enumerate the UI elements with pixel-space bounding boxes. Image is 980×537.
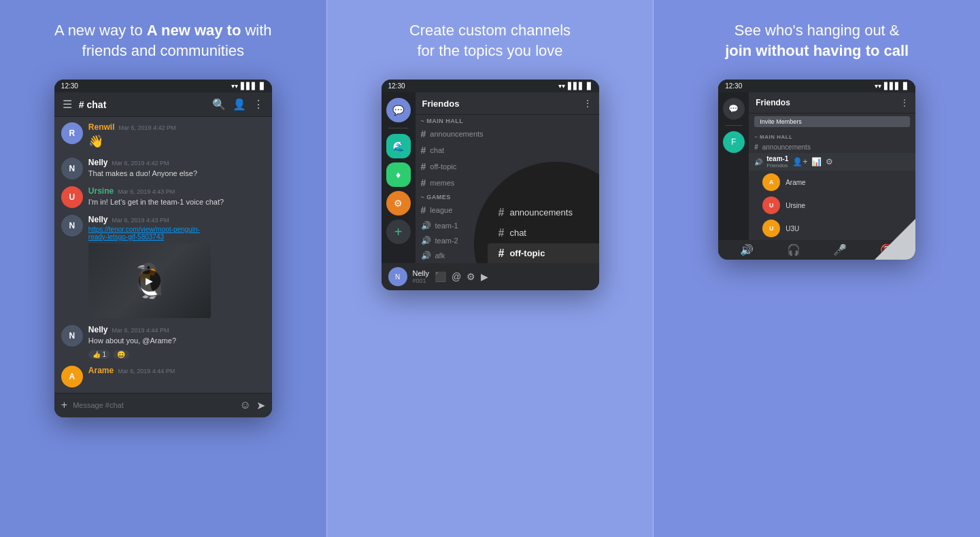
forward-icon[interactable]: ▶ <box>481 271 488 282</box>
hamburger-icon[interactable]: ☰ <box>63 98 72 111</box>
server-icon-discord[interactable]: 💬 <box>386 98 411 122</box>
channel-chat[interactable]: # chat <box>416 142 599 158</box>
channel-name-team1: team-1 <box>435 222 458 230</box>
channel-name-afk: afk <box>435 252 445 260</box>
header-more-icon[interactable]: ⋮ <box>583 98 592 109</box>
panel-2-title-line1: Create custom channels <box>409 22 571 39</box>
phone-channels-mockup: 12:30 ▾▾ ▋▋▋ ▊ 💬 🌊 ♦ ⚙ + <box>382 80 599 290</box>
voice-server-sidebar: 💬 F <box>718 92 749 240</box>
avatar-ursine-voice: U <box>762 196 780 214</box>
search-icon[interactable]: 🔍 <box>212 98 226 111</box>
overlay-hash-announcements: # <box>499 207 505 219</box>
msg-header-ursine: Ursine Mar 6, 2019 4:43 PM <box>88 186 265 196</box>
add-icon[interactable]: + <box>61 399 67 411</box>
signal-icon-2: ▋▋▋ <box>568 82 584 90</box>
msg-content-nelly-1: Nelly Mar 6, 2019 4:42 PM That makes a d… <box>88 158 265 179</box>
msg-time-nelly-react: Mar 6, 2019 4:44 PM <box>112 327 169 334</box>
voice-username-arame: Arame <box>785 179 805 186</box>
avatar-nelly: N <box>61 158 83 179</box>
username-nelly-react: Nelly <box>88 325 108 334</box>
msg-text-nelly-1: That makes a duo! Anyone else? <box>88 169 265 179</box>
username-renwil: Renwil <box>88 122 115 132</box>
add-user-voice-icon[interactable]: 👤+ <box>792 157 807 167</box>
v-server-icon-chat[interactable]: 💬 <box>723 98 745 120</box>
overlay-channel-announcements[interactable]: # announcements <box>488 203 599 223</box>
server-icon-org[interactable]: ⚙ <box>386 191 411 215</box>
panel-1-title: A new way to A new way to withfriends an… <box>54 20 272 60</box>
overlay-channel-chat[interactable]: # chat <box>488 223 599 243</box>
voice-user-ursine: U Ursine <box>749 194 915 217</box>
msg-time-arame: Mar 6, 2019 4:44 PM <box>118 368 175 375</box>
overlay-channel-off-topic[interactable]: # off-topic <box>488 243 599 264</box>
avatar-renwil: R <box>61 122 83 144</box>
invite-members-button[interactable]: Invite Members <box>754 116 910 127</box>
msg-time-nelly-gif: Mar 6, 2019 4:43 PM <box>112 217 169 224</box>
reaction-thumbsup[interactable]: 👍 1 <box>88 350 110 359</box>
msg-content-renwil: Renwil Mar 6, 2019 4:42 PM 👋 <box>88 122 265 150</box>
screen-share-icon[interactable]: ⬛ <box>435 271 446 282</box>
msg-time-ursine: Mar 6, 2019 4:43 PM <box>118 188 175 195</box>
chat-toolbar: ☰ # chat 🔍 👤 ⋮ <box>54 92 272 117</box>
msg-link-gif[interactable]: https://tenor.com/view/moot-penguin-read… <box>88 226 265 241</box>
mention-icon[interactable]: @ <box>452 271 461 282</box>
channel-name-memes: memes <box>430 179 454 187</box>
panel-custom-channels: Create custom channels for the topics yo… <box>326 0 654 537</box>
panel-new-way-to-chat: A new way to A new way to withfriends an… <box>0 0 326 537</box>
voice-header-more[interactable]: ⋮ <box>900 98 909 107</box>
msg-content-arame: Arame Mar 6, 2019 4:44 PM <box>88 366 265 387</box>
phone-voice-mockup: 12:30 ▾▾ ▋▋▋ ▊ 💬 F Friendos ⋮ <box>718 80 915 260</box>
hash-icon-memes: # <box>421 177 426 188</box>
send-icon[interactable]: ➤ <box>256 399 265 412</box>
headphones-icon[interactable]: 🎧 <box>787 243 800 256</box>
channel-list-header: Friendos ⋮ <box>416 92 599 115</box>
server-icon-add[interactable]: + <box>386 220 411 244</box>
settings-voice-icon[interactable]: ⚙ <box>826 157 833 167</box>
add-member-icon[interactable]: 👤 <box>233 98 246 111</box>
settings-icon[interactable]: ⚙ <box>467 271 475 282</box>
chat-messages: R Renwil Mar 6, 2019 4:42 PM 👋 N Nelly M… <box>54 117 272 393</box>
chat-input-placeholder[interactable]: Message #chat <box>73 401 234 409</box>
msg-time-nelly-1: Mar 6, 2019 4:42 PM <box>112 160 169 167</box>
voice-channel-announcements[interactable]: # announcements <box>749 141 915 153</box>
gif-preview[interactable]: 🐧 ▶ <box>88 243 211 318</box>
msg-header-arame: Arame Mar 6, 2019 4:44 PM <box>88 366 265 375</box>
reaction-smile[interactable]: 😄 <box>113 350 129 359</box>
channel-user-bar: N Nelly #001 ⬛ @ ⚙ ▶ <box>382 263 599 290</box>
microphone-icon[interactable]: 🎤 <box>833 243 847 256</box>
corner-fold-decoration <box>875 219 915 260</box>
hash-icon-v-announcements: # <box>754 143 758 151</box>
msg-header-nelly-gif: Nelly Mar 6, 2019 4:43 PM <box>88 215 265 224</box>
server-icon-sims[interactable]: ♦ <box>386 162 411 187</box>
msg-header-renwil: Renwil Mar 6, 2019 4:42 PM <box>88 122 265 132</box>
voice-section-main-hall: ~ MAIN HALL <box>749 130 915 141</box>
msg-emoji-renwil: 👋 <box>88 133 265 150</box>
wifi-icon-3: ▾▾ <box>875 82 881 90</box>
channel-user-tag: #001 <box>413 277 429 284</box>
username-ursine: Ursine <box>88 186 114 196</box>
channel-announcements[interactable]: # announcements <box>416 126 599 142</box>
avatar-arame-voice: A <box>762 173 780 191</box>
panel-3-title-line1: See who's hanging out & <box>734 22 900 39</box>
voice-layout: 💬 F Friendos ⋮ Invite Members ~ MAIN HAL… <box>718 92 915 240</box>
username-arame: Arame <box>88 366 114 375</box>
more-icon[interactable]: ⋮ <box>253 98 264 111</box>
hash-icon-chat: # <box>421 145 426 156</box>
panel-2-title: Create custom channels for the topics yo… <box>409 20 571 60</box>
voice-channel-team1-name: team-1 <box>766 155 788 162</box>
username-nelly-gif: Nelly <box>88 215 108 224</box>
v-server-icon-active[interactable]: F <box>723 131 745 153</box>
msg-text-ursine: I'm in! Let's get in the team-1 voice ch… <box>88 197 265 207</box>
voice-channel-team1-active[interactable]: 🔊 team-1 Friendos 👤+ 📊 ⚙ <box>749 153 915 171</box>
voice-channel-team1-subtitle: Friendos <box>766 162 788 169</box>
speaker-icon-active: 🔊 <box>754 158 762 166</box>
panel-3-title-bold: join without having to call <box>725 42 909 59</box>
speaker-icon-afk: 🔊 <box>421 251 431 260</box>
play-button[interactable]: ▶ <box>139 270 160 292</box>
server-icon-teal[interactable]: 🌊 <box>386 134 411 158</box>
invite-button-wrapper: Invite Members <box>749 114 915 130</box>
bars-icon[interactable]: 📊 <box>811 157 822 167</box>
signal-icon-3: ▋▋▋ <box>884 82 900 90</box>
volume-icon[interactable]: 🔊 <box>740 243 754 256</box>
voice-channel-name-announcements: announcements <box>762 143 910 151</box>
emoji-icon[interactable]: ☺ <box>239 399 250 411</box>
